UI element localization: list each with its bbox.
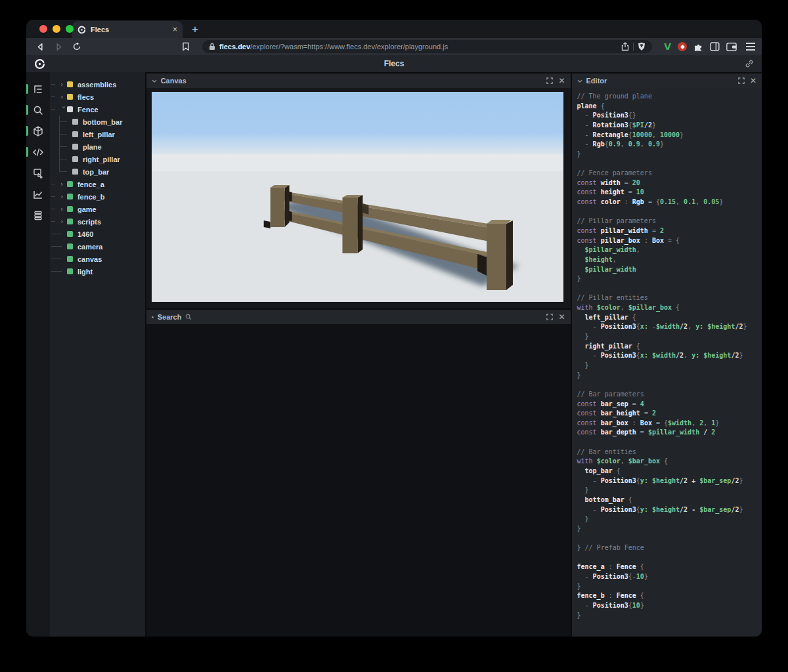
entity-square-icon — [72, 169, 78, 175]
tree-item-left_pillar[interactable]: left_pillar — [50, 128, 145, 140]
entity-square-icon — [67, 206, 73, 212]
tree-connector — [51, 259, 62, 259]
red-extension-icon[interactable] — [678, 42, 687, 51]
url-bar[interactable]: flecs.dev/explorer/?wasm=https://www.fle… — [202, 40, 652, 53]
browser-navbar: flecs.dev/explorer/?wasm=https://www.fle… — [26, 38, 762, 55]
tree-item-light[interactable]: light — [50, 265, 145, 278]
close-panel-icon[interactable]: ✕ — [558, 77, 565, 85]
tab-close-icon[interactable]: × — [173, 25, 177, 34]
code-icon — [32, 146, 44, 158]
minimize-window-button[interactable] — [53, 25, 60, 33]
tree-item-bottom_bar[interactable]: bottom_bar — [50, 116, 145, 128]
chevron-down-icon[interactable] — [152, 79, 157, 83]
editor-panel-header[interactable]: Editor ✕ — [572, 74, 762, 88]
expand-arrow-icon[interactable]: › — [60, 180, 67, 188]
tab-strip: Flecs × + — [26, 20, 762, 38]
fullscreen-icon[interactable] — [546, 314, 553, 320]
code-editor[interactable]: // The ground planeplane { - Position3{}… — [572, 88, 762, 637]
tree-item-scripts[interactable]: ›scripts — [50, 215, 145, 228]
expand-arrow-icon[interactable]: › — [60, 193, 67, 200]
search-panel-header[interactable]: Search ✕ — [146, 310, 571, 324]
canvas-panel-header[interactable]: Canvas ✕ — [146, 74, 571, 88]
sidebar-tool-cube-icon[interactable] — [26, 123, 50, 139]
canvas-panel: Canvas ✕ — [146, 74, 571, 308]
tree-connector — [51, 184, 55, 184]
active-indicator — [26, 84, 28, 94]
bookmark-icon[interactable] — [179, 39, 193, 54]
tree-item-assemblies[interactable]: ›assemblies — [50, 78, 145, 91]
close-panel-icon[interactable]: ✕ — [750, 77, 756, 85]
code-line: const pillar_width = 2 — [577, 227, 762, 237]
main-area: ›assemblies›flecs›Fencebottom_barleft_pi… — [26, 72, 762, 637]
sidebar-tool-chart-icon[interactable] — [26, 186, 50, 202]
new-tab-button[interactable]: + — [192, 23, 198, 36]
code-line — [577, 554, 762, 564]
close-panel-icon[interactable]: ✕ — [558, 313, 565, 321]
code-line — [577, 381, 762, 390]
code-line — [577, 285, 762, 295]
code-line: fence_b : Fence { — [577, 592, 762, 602]
sidebar-tool-queue-icon[interactable] — [26, 207, 50, 223]
chevron-down-icon[interactable] — [577, 79, 582, 83]
url-path: /explorer/?wasm=https://www.flecs.dev/ex… — [250, 43, 448, 51]
browser-tab[interactable]: Flecs × — [72, 21, 183, 38]
tree-item-fence_a[interactable]: ›fence_a — [50, 178, 145, 190]
tree-connector — [59, 159, 67, 159]
expand-arrow-icon[interactable]: › — [60, 81, 67, 88]
tree-item-right_pillar[interactable]: right_pillar — [50, 153, 145, 165]
brave-shield-icon[interactable] — [638, 42, 646, 51]
back-button[interactable] — [33, 39, 47, 54]
tree-item-fence_b[interactable]: ›fence_b — [50, 190, 145, 203]
entity-square-icon — [67, 243, 73, 249]
fullscreen-icon[interactable] — [738, 77, 745, 84]
code-line — [577, 534, 762, 544]
tree-item-1460[interactable]: 1460 — [50, 228, 145, 240]
entity-square-icon — [72, 131, 78, 137]
collapse-arrow-icon[interactable]: › — [60, 106, 67, 113]
code-line: const bar_depth = $pillar_width / 2 — [577, 429, 762, 438]
tree-item-label: bottom_bar — [83, 118, 123, 126]
reload-button[interactable] — [70, 39, 84, 54]
menu-icon[interactable] — [746, 43, 755, 51]
forward-button[interactable] — [51, 39, 66, 54]
fullscreen-icon[interactable] — [546, 77, 553, 84]
tab-title: Flecs — [91, 26, 168, 33]
expand-arrow-icon[interactable]: › — [60, 93, 67, 100]
zoom-window-button[interactable] — [66, 25, 74, 33]
tree-item-game[interactable]: ›game — [50, 203, 145, 215]
sidebar-tool-code-icon[interactable] — [26, 144, 50, 160]
close-window-button[interactable] — [39, 25, 47, 33]
panel-collapse-dot[interactable] — [152, 316, 154, 318]
entity-square-icon — [67, 94, 73, 100]
code-line: - Position3{y: $height/2 + $bar_sep/2} — [577, 477, 762, 487]
code-line: - Position3{-10} — [577, 573, 762, 583]
search-panel-body[interactable] — [146, 324, 571, 637]
code-line: left_pillar { — [577, 314, 762, 324]
expand-arrow-icon[interactable]: › — [60, 205, 67, 213]
tree-item-plane[interactable]: plane — [50, 140, 145, 153]
tree-connector — [51, 209, 55, 209]
sidebar-tool-hierarchy-icon[interactable] — [26, 81, 50, 97]
tree-item-label: right_pillar — [83, 156, 120, 163]
v-extension-icon[interactable]: V — [664, 41, 671, 52]
editor-panel-title: Editor — [586, 77, 607, 85]
extensions-puzzle-icon[interactable] — [693, 42, 703, 52]
tree-item-flecs[interactable]: ›flecs — [50, 91, 145, 103]
wallet-icon[interactable] — [726, 43, 737, 51]
share-icon[interactable] — [621, 42, 629, 51]
sidebar-tool-search-icon[interactable] — [26, 102, 50, 118]
tree-item-camera[interactable]: camera — [50, 240, 145, 253]
tree-connector — [51, 196, 55, 197]
entity-square-icon — [67, 256, 73, 262]
expand-arrow-icon[interactable]: › — [60, 218, 67, 225]
active-indicator — [26, 147, 28, 157]
tree-item-canvas[interactable]: canvas — [50, 253, 145, 265]
sidebar-tool-inspect-icon[interactable] — [26, 165, 50, 181]
tree-item-Fence[interactable]: ›Fence — [50, 103, 145, 116]
tree-item-top_bar[interactable]: top_bar — [50, 165, 145, 178]
code-line: } — [577, 583, 762, 593]
sidebar-toggle-icon[interactable] — [710, 42, 720, 51]
code-line — [577, 438, 762, 448]
url-host: flecs.dev — [219, 43, 250, 51]
canvas-3d-viewport[interactable] — [152, 92, 563, 302]
